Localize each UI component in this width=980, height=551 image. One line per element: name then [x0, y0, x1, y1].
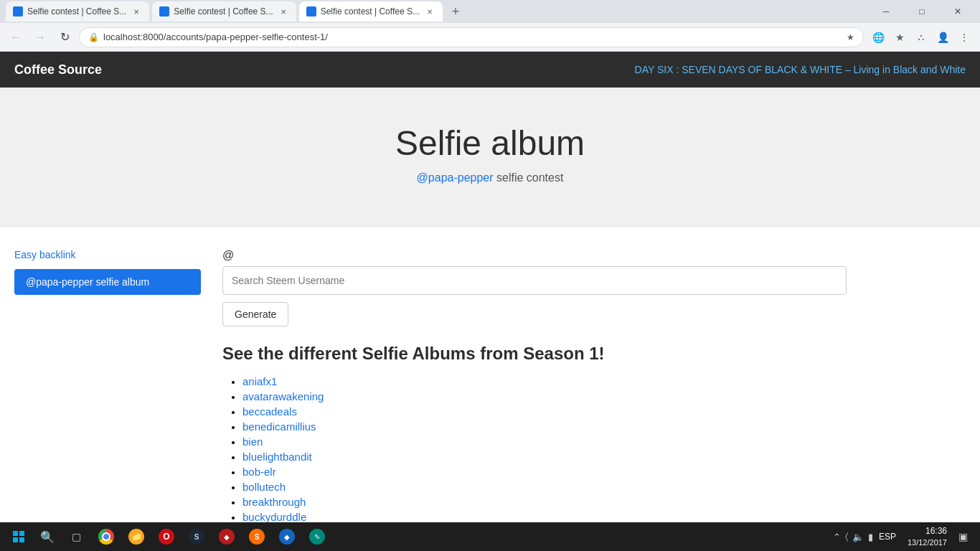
taskbar-task-view[interactable]: ▢ [62, 522, 90, 551]
album-link[interactable]: beccadeals [242, 405, 297, 418]
steam-icon: S [189, 529, 204, 545]
album-link[interactable]: bob-elr [242, 466, 276, 478]
list-item: bien [242, 435, 847, 448]
list-item: bollutech [242, 481, 847, 493]
header-announcement[interactable]: DAY SIX : SEVEN DAYS OF BLACK & WHITE – … [635, 64, 966, 75]
back-button[interactable]: ← [6, 27, 26, 47]
hero-subtitle-suffix: selfie contest [494, 171, 564, 184]
taskbar: 🔍 ▢ 📁 O S ◆ [0, 522, 980, 551]
volume-icon[interactable]: 🔈 [852, 532, 864, 542]
tab-3[interactable]: Selfie contest | Coffee S... ✕ [299, 1, 443, 22]
hero-title: Selfie album [14, 123, 966, 163]
easy-backlink-link[interactable]: Easy backlink [14, 249, 201, 260]
close-button[interactable]: ✕ [941, 0, 974, 23]
opera-icon: O [159, 529, 174, 545]
profile-icon[interactable]: 👤 [933, 27, 953, 47]
tray-icons: ⌃ 〈 🔈 ▮ [833, 531, 873, 542]
chrome-icon [98, 529, 114, 545]
sublime-icon: S [249, 529, 265, 545]
extensions-icon[interactable]: ⛬ [911, 27, 931, 47]
albums-list: aniafx1avatarawakeningbeccadealsbenedica… [222, 375, 847, 522]
language-indicator[interactable]: ESP [876, 532, 899, 542]
album-link[interactable]: benedicamillius [242, 420, 316, 433]
tab-1[interactable]: Selfie contest | Coffee S... ✕ [6, 1, 149, 22]
url-bar[interactable]: 🔒 localhost:8000/accounts/papa-pepper-se… [79, 27, 864, 47]
taskbar-app5[interactable]: ◆ [212, 522, 241, 551]
sidebar: Easy backlink @papa-pepper selfie album [14, 249, 201, 522]
backlink-button[interactable]: @papa-pepper selfie album [14, 269, 201, 295]
album-link[interactable]: aniafx1 [242, 375, 277, 387]
taskbar-paint[interactable]: ✎ [303, 522, 331, 551]
tab-title-2: Selfie contest | Coffee S... [174, 6, 273, 17]
bookmark-icon[interactable]: ★ [890, 27, 910, 47]
title-bar: Selfie contest | Coffee S... ✕ Selfie co… [0, 0, 980, 23]
notification-button[interactable]: ▣ [950, 522, 976, 551]
tab-close-1[interactable]: ✕ [131, 6, 142, 17]
album-link[interactable]: avatarawakening [242, 390, 324, 402]
page-content: Coffee Source DAY SIX : SEVEN DAYS OF BL… [0, 52, 980, 522]
albums-heading: See the different Selfie Albums from Sea… [222, 344, 847, 364]
main-layout: Easy backlink @papa-pepper selfie album … [0, 227, 861, 522]
site-logo: Coffee Source [14, 62, 102, 77]
list-item: benedicamillius [242, 420, 847, 433]
address-bar: ← → ↻ 🔒 localhost:8000/accounts/papa-pep… [0, 23, 980, 52]
taskbar-search-button[interactable]: 🔍 [34, 525, 60, 548]
list-item: bob-elr [242, 466, 847, 478]
hero-section: Selfie album @papa-pepper selfie contest [0, 88, 980, 227]
taskbar-steam[interactable]: S [182, 522, 211, 551]
maximize-button[interactable]: □ [905, 0, 938, 23]
list-item: breakthrough [242, 496, 847, 508]
app7-icon: ◆ [279, 529, 295, 545]
list-item: beccadeals [242, 405, 847, 418]
windows-icon [13, 531, 24, 542]
taskbar-chrome[interactable] [92, 522, 121, 551]
list-item: bluelightbandit [242, 451, 847, 463]
album-link[interactable]: breakthrough [242, 496, 306, 508]
tab-title-3: Selfie contest | Coffee S... [321, 6, 420, 17]
main-content: @ Generate See the different Selfie Albu… [222, 249, 847, 522]
album-link[interactable]: buckydurddle [242, 511, 306, 522]
tab-2[interactable]: Selfie contest | Coffee S... ✕ [152, 1, 296, 22]
hero-subtitle: @papa-pepper selfie contest [14, 171, 966, 184]
new-tab-button[interactable]: + [446, 1, 466, 22]
file-explorer-icon: 📁 [128, 529, 144, 545]
tab-title-1: Selfie contest | Coffee S... [27, 6, 126, 17]
album-link[interactable]: bien [242, 435, 263, 448]
minimize-button[interactable]: ─ [870, 0, 903, 23]
reload-button[interactable]: ↻ [55, 27, 75, 47]
username-link[interactable]: @papa-pepper [417, 171, 494, 184]
clock-time: 16:36 [908, 525, 947, 537]
translate-icon[interactable]: 🌐 [868, 27, 888, 47]
app5-icon: ◆ [219, 529, 235, 545]
taskbar-sublime[interactable]: S [242, 522, 271, 551]
taskbar-file-explorer[interactable]: 📁 [122, 522, 151, 551]
taskbar-app7[interactable]: ◆ [273, 522, 301, 551]
taskbar-opera[interactable]: O [152, 522, 181, 551]
forward-button[interactable]: → [30, 27, 50, 47]
menu-icon[interactable]: ⋮ [954, 27, 974, 47]
list-item: buckydurddle [242, 511, 847, 522]
at-symbol: @ [222, 249, 847, 262]
toolbar-icons: 🌐 ★ ⛬ 👤 ⋮ [868, 27, 974, 47]
window-controls: ─ □ ✕ [870, 0, 974, 23]
battery-icon[interactable]: ▮ [868, 532, 873, 542]
start-button[interactable] [4, 522, 33, 551]
clock[interactable]: 16:36 13/12/2017 [908, 525, 947, 548]
tab-favicon-3 [306, 6, 316, 17]
network-icon[interactable]: 〈 [845, 531, 848, 542]
tab-close-2[interactable]: ✕ [278, 6, 289, 17]
album-link[interactable]: bluelightbandit [242, 451, 312, 463]
tab-favicon-2 [159, 6, 169, 17]
tab-close-3[interactable]: ✕ [424, 6, 435, 17]
url-text: localhost:8000/accounts/papa-pepper-self… [103, 32, 842, 42]
list-item: aniafx1 [242, 375, 847, 387]
generate-button[interactable]: Generate [222, 302, 288, 326]
clock-date: 13/12/2017 [908, 537, 947, 548]
site-header: Coffee Source DAY SIX : SEVEN DAYS OF BL… [0, 52, 980, 88]
list-item: avatarawakening [242, 390, 847, 402]
tray-arrow[interactable]: ⌃ [833, 532, 841, 542]
search-input[interactable] [222, 266, 847, 295]
system-tray: ⌃ 〈 🔈 ▮ ESP 16:36 13/12/2017 ▣ [833, 522, 976, 551]
tab-favicon-1 [13, 6, 23, 17]
album-link[interactable]: bollutech [242, 481, 286, 493]
